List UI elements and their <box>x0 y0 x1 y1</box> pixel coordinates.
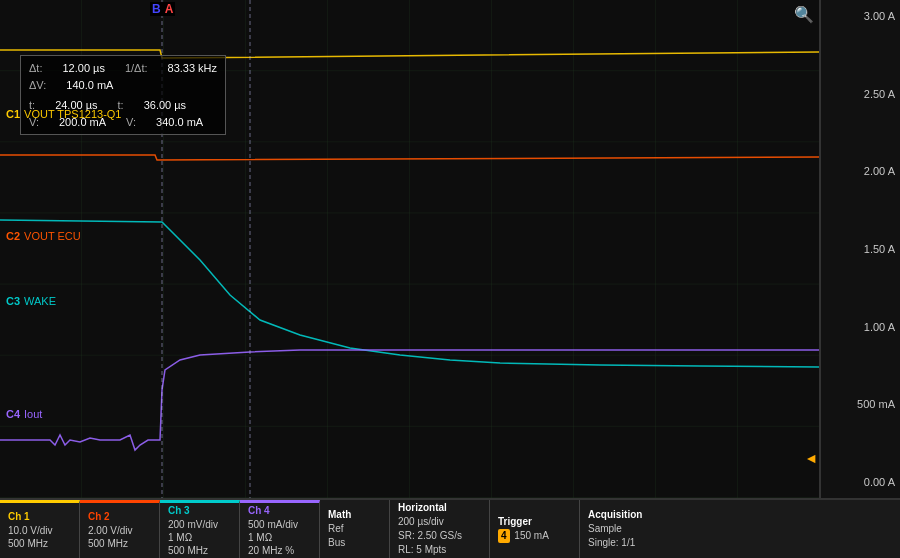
scale-label-3: 1.50 A <box>826 243 895 255</box>
ch4-vdiv: 500 mA/div <box>248 518 311 531</box>
delta-v-value: 140.0 mA <box>66 77 113 94</box>
record-length: RL: 5 Mpts <box>398 543 481 557</box>
ch4-impedance: 1 MΩ <box>248 531 311 544</box>
ch3-vdiv: 200 mV/div <box>168 518 231 531</box>
ch2-vdiv: 2.00 V/div <box>88 524 151 537</box>
math-label: Math <box>328 509 381 520</box>
delta-t-label: Δt: <box>29 60 42 77</box>
scale-label-4: 1.00 A <box>826 321 895 333</box>
scope-screen: B A Δt: 12.00 µs 1/Δt: 83.33 kHz ΔV: 140… <box>0 0 820 498</box>
cursor-b-t-value: 36.00 µs <box>144 97 186 114</box>
ch3-bw: 500 MHz <box>168 544 231 557</box>
acq-mode: Sample <box>588 522 662 536</box>
cursor-b-marker: B <box>150 2 163 16</box>
scale-label-1: 2.50 A <box>826 88 895 100</box>
scale-label-5: 500 mA <box>826 398 895 410</box>
sample-rate: SR: 2.50 GS/s <box>398 529 481 543</box>
ch2-bw: 500 MHz <box>88 537 151 550</box>
ch1-bw: 500 MHz <box>8 537 71 550</box>
bus-label: Bus <box>328 536 381 550</box>
ref-label: Ref <box>328 522 381 536</box>
cursor-b-v-label: V: <box>126 114 136 131</box>
ch4-bw: 20 MHz % <box>248 544 311 557</box>
ch2-status[interactable]: Ch 2 2.00 V/div 500 MHz <box>80 500 160 558</box>
ch3-status[interactable]: Ch 3 200 mV/div 1 MΩ 500 MHz <box>160 500 240 558</box>
ch4-status[interactable]: Ch 4 500 mA/div 1 MΩ 20 MHz % <box>240 500 320 558</box>
cursor-b-v-value: 340.0 mA <box>156 114 203 131</box>
ch4-label: C4 Iout <box>6 408 42 420</box>
trigger-status[interactable]: Trigger 4 150 mA <box>490 500 580 558</box>
ch3-status-label: Ch 3 <box>168 505 231 516</box>
scale-label-6: 0.00 A <box>826 476 895 488</box>
time-div: 200 µs/div <box>398 515 481 529</box>
trigger-markers: B A <box>150 2 175 16</box>
delta-v-label: ΔV: <box>29 77 46 94</box>
inv-delta-t-label: 1/Δt: <box>125 60 148 77</box>
trigger-label: Trigger <box>498 516 571 527</box>
trigger-channel: 4 150 mA <box>498 529 571 543</box>
ch2-label: C2 VOUT ECU <box>6 230 81 242</box>
ch1-vdiv: 10.0 V/div <box>8 524 71 537</box>
acq-count: Single: 1/1 <box>588 536 662 550</box>
delta-t-value: 12.00 µs <box>62 60 104 77</box>
right-scale: 3.00 A 2.50 A 2.00 A 1.50 A 1.00 A 500 m… <box>820 0 900 498</box>
horizontal-status[interactable]: Horizontal 200 µs/div SR: 2.50 GS/s RL: … <box>390 500 490 558</box>
ch4-status-label: Ch 4 <box>248 505 311 516</box>
math-ref-status[interactable]: Math Ref Bus <box>320 500 390 558</box>
scale-label-2: 2.00 A <box>826 165 895 177</box>
ch1-status-label: Ch 1 <box>8 511 71 522</box>
horizontal-label: Horizontal <box>398 502 481 513</box>
trigger-arrow: ◄ <box>804 450 818 466</box>
status-bar: Ch 1 10.0 V/div 500 MHz Ch 2 2.00 V/div … <box>0 498 900 558</box>
acquisition-label: Acquisition <box>588 509 662 520</box>
cursor-a-marker: A <box>163 2 176 16</box>
ch1-label: C1 VOUT TPS1213-Q1 <box>6 108 121 120</box>
ch1-status[interactable]: Ch 1 10.0 V/div 500 MHz <box>0 500 80 558</box>
scale-label-0: 3.00 A <box>826 10 895 22</box>
inv-delta-t-value: 83.33 kHz <box>168 60 218 77</box>
measurement-box: Δt: 12.00 µs 1/Δt: 83.33 kHz ΔV: 140.0 m… <box>20 55 226 135</box>
ch3-impedance: 1 MΩ <box>168 531 231 544</box>
ch2-status-label: Ch 2 <box>88 511 151 522</box>
search-icon[interactable]: 🔍 <box>794 5 814 24</box>
ch3-label: C3 WAKE <box>6 295 56 307</box>
acquisition-status[interactable]: Acquisition Sample Single: 1/1 <box>580 500 670 558</box>
